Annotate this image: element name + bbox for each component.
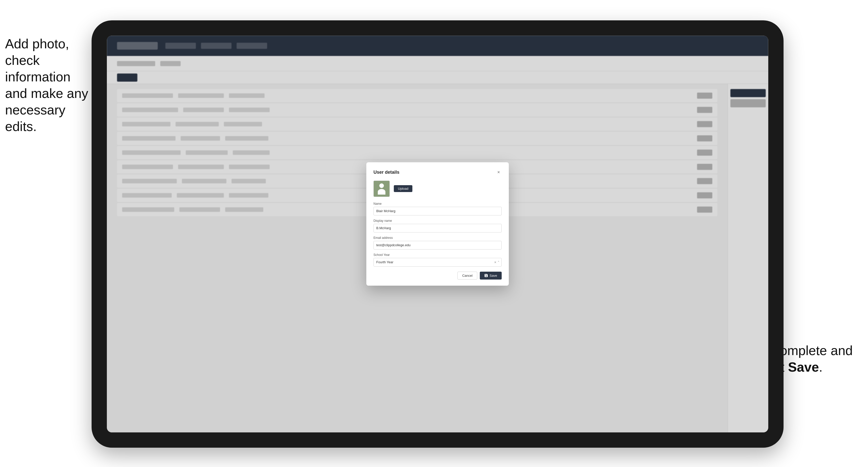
annotation-left: Add photo, check information and make an… — [5, 36, 92, 135]
cancel-button[interactable]: Cancel — [457, 272, 477, 280]
modal-header: User details × — [373, 169, 502, 176]
email-input[interactable] — [373, 241, 502, 250]
display-name-form-group: Display name — [373, 219, 502, 232]
modal-footer: Cancel Save — [373, 272, 502, 280]
modal-overlay: User details × Upload Name Dis — [107, 36, 768, 432]
save-icon — [484, 274, 488, 277]
name-input[interactable] — [373, 207, 502, 215]
modal-title: User details — [373, 170, 399, 175]
photo-section: Upload — [373, 181, 502, 197]
school-year-label: School Year — [373, 253, 502, 257]
upload-button[interactable]: Upload — [394, 185, 412, 192]
tablet-device: User details × Upload Name Dis — [92, 20, 783, 448]
school-year-icons: × ⌃ — [494, 260, 500, 264]
profile-photo — [373, 181, 390, 197]
school-year-input[interactable] — [373, 258, 502, 267]
user-details-modal: User details × Upload Name Dis — [366, 162, 509, 286]
email-label: Email address — [373, 236, 502, 240]
display-name-input[interactable] — [373, 224, 502, 232]
email-form-group: Email address — [373, 236, 502, 250]
chevron-icon[interactable]: ⌃ — [497, 260, 500, 264]
close-button[interactable]: × — [496, 169, 502, 176]
tablet-screen: User details × Upload Name Dis — [107, 36, 768, 432]
save-button[interactable]: Save — [480, 272, 502, 280]
clear-icon[interactable]: × — [494, 260, 496, 264]
school-year-wrapper: × ⌃ — [373, 258, 502, 267]
display-name-label: Display name — [373, 219, 502, 223]
save-button-label: Save — [490, 274, 497, 278]
school-year-form-group: School Year × ⌃ — [373, 253, 502, 267]
name-label: Name — [373, 202, 502, 206]
name-form-group: Name — [373, 202, 502, 215]
